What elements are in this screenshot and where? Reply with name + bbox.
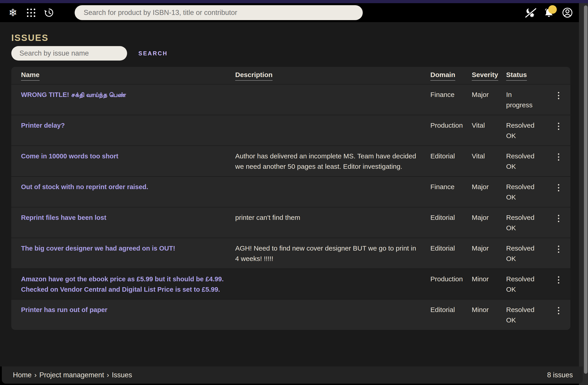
- column-header-status-label: Status: [506, 71, 527, 81]
- row-actions-cell: [547, 90, 570, 110]
- account-glyph: [562, 7, 573, 19]
- issue-description: [235, 120, 430, 141]
- issue-status-text: Resolved OK: [506, 274, 536, 295]
- table-row: The big cover designer we had agreed on …: [11, 238, 570, 269]
- table-body: WRONG TITLE! சக்தி வாய்ந்த பெண் Finance …: [11, 84, 570, 330]
- issue-search-input[interactable]: [11, 46, 127, 60]
- issue-severity: Major: [472, 90, 506, 110]
- main-content: ISSUES SEARCH Name Description Domain Se…: [0, 22, 588, 366]
- page-title: ISSUES: [11, 33, 588, 43]
- account-icon[interactable]: [561, 7, 573, 19]
- issue-name-link[interactable]: Printer delay?: [11, 120, 235, 141]
- issue-severity: Minor: [472, 305, 506, 325]
- issue-name-link[interactable]: The big cover designer we had agreed on …: [11, 243, 235, 264]
- issue-status: Resolved OK: [506, 305, 547, 325]
- issue-status-text: Resolved OK: [506, 243, 536, 264]
- more-vert-icon[interactable]: [557, 91, 560, 100]
- issue-status-text: Resolved OK: [506, 305, 536, 325]
- row-actions-cell: [547, 243, 570, 264]
- table-row: Amazon have got the ebook price as £5.99…: [11, 269, 570, 299]
- column-header-domain[interactable]: Domain: [430, 71, 472, 81]
- issue-name-link[interactable]: Come in 10000 words too short: [11, 151, 235, 172]
- column-header-status[interactable]: Status: [506, 71, 547, 81]
- column-header-severity[interactable]: Severity: [472, 71, 506, 81]
- column-header-domain-label: Domain: [430, 71, 455, 81]
- more-vert-icon[interactable]: [557, 245, 560, 254]
- issue-description: Author has delivered an incomplete MS. T…: [235, 151, 430, 172]
- table-row: Printer delay? Production Vital Resolved…: [11, 115, 570, 146]
- issue-description: AGH! Need to find new cover designer BUT…: [235, 243, 430, 264]
- issue-name-link[interactable]: Out of stock with no reprint order raise…: [11, 182, 235, 202]
- issue-description: [235, 274, 430, 295]
- issue-severity: Major: [472, 243, 506, 264]
- theme-toggle-icon[interactable]: [524, 7, 536, 19]
- history-glyph: [43, 7, 55, 18]
- history-icon[interactable]: [43, 7, 55, 19]
- issue-status: Resolved OK: [506, 274, 547, 295]
- more-vert-icon[interactable]: [557, 183, 560, 192]
- more-vert-icon[interactable]: [557, 275, 560, 285]
- column-header-name[interactable]: Name: [11, 71, 235, 81]
- issue-severity: Minor: [472, 274, 506, 295]
- row-actions-cell: [547, 151, 570, 172]
- issue-description: [235, 182, 430, 202]
- snowflake-glyph: ❄: [9, 7, 17, 18]
- issue-status: Resolved OK: [506, 120, 547, 141]
- issue-domain: Editorial: [430, 212, 472, 233]
- issue-domain: Finance: [430, 90, 472, 110]
- more-vert-icon[interactable]: [557, 153, 560, 162]
- breadcrumb-item[interactable]: Project management: [39, 371, 104, 379]
- table-row: WRONG TITLE! சக்தி வாய்ந்த பெண் Finance …: [11, 84, 570, 115]
- issue-domain: Finance: [430, 182, 472, 202]
- issue-domain: Production: [430, 120, 472, 141]
- issue-description: printer can't find them: [235, 212, 430, 233]
- apps-grid-icon[interactable]: [25, 7, 37, 19]
- more-vert-icon[interactable]: [557, 214, 560, 223]
- snowflake-logo-icon[interactable]: ❄: [7, 7, 19, 19]
- notifications-bell-icon[interactable]: [543, 7, 555, 19]
- issue-name-link[interactable]: Amazon have got the ebook price as £5.99…: [11, 274, 235, 295]
- scrollbar-thumb[interactable]: [584, 5, 588, 374]
- row-actions-cell: [547, 274, 570, 295]
- issue-domain: Editorial: [430, 243, 472, 264]
- window-top-strip: [0, 0, 588, 3]
- issue-search-row: SEARCH: [11, 46, 588, 60]
- product-search-input[interactable]: [75, 5, 363, 20]
- issue-status-text: Resolved OK: [506, 182, 536, 202]
- search-button[interactable]: SEARCH: [138, 50, 168, 57]
- issue-severity: Major: [472, 212, 506, 233]
- breadcrumb-item[interactable]: Home: [13, 371, 32, 379]
- issue-severity: Vital: [472, 120, 506, 141]
- notification-badge: [548, 5, 557, 14]
- issue-name-link[interactable]: WRONG TITLE! சக்தி வாய்ந்த பெண்: [11, 90, 235, 110]
- issue-count: 8 issues: [547, 371, 573, 379]
- more-vert-icon[interactable]: [557, 306, 560, 315]
- breadcrumb-item: Issues: [112, 371, 132, 379]
- issue-name-link[interactable]: Reprint files have been lost: [11, 212, 235, 233]
- row-actions-cell: [547, 305, 570, 325]
- issue-severity: Vital: [472, 151, 506, 172]
- more-vert-icon[interactable]: [557, 122, 560, 131]
- issue-status: Resolved OK: [506, 151, 547, 172]
- row-actions-cell: [547, 182, 570, 202]
- breadcrumb-separator: ›: [107, 371, 109, 379]
- issue-status: Resolved OK: [506, 212, 547, 233]
- table-row: Out of stock with no reprint order raise…: [11, 176, 570, 207]
- column-header-description[interactable]: Description: [235, 71, 430, 81]
- issue-status-text: In progress: [506, 90, 536, 110]
- table-header-row: Name Description Domain Severity Status: [11, 67, 570, 84]
- issue-status: Resolved OK: [506, 243, 547, 264]
- table-row: Come in 10000 words too short Author has…: [11, 146, 570, 176]
- issues-table: Name Description Domain Severity Status …: [11, 67, 570, 330]
- issue-status-text: Resolved OK: [506, 120, 536, 141]
- issue-name-link[interactable]: Printer has run out of paper: [11, 305, 235, 325]
- column-header-severity-label: Severity: [472, 71, 498, 81]
- table-row: Printer has run out of paper Editorial M…: [11, 299, 570, 330]
- issue-status-text: Resolved OK: [506, 151, 536, 172]
- issue-severity: Major: [472, 182, 506, 202]
- issue-description: [235, 305, 430, 325]
- breadcrumb-separator: ›: [34, 371, 37, 379]
- column-header-name-label: Name: [21, 71, 40, 81]
- footer-bar: Home›Project management›Issues 8 issues: [2, 366, 583, 384]
- column-header-description-label: Description: [235, 71, 273, 81]
